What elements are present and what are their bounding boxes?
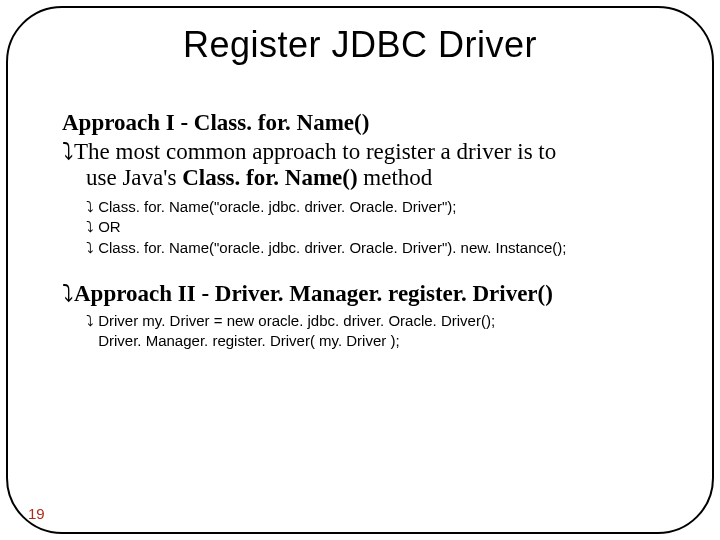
approach1-text: ⤵The most common approach to register a …: [62, 138, 658, 191]
approach1-text-line2: use Java's Class. for. Name() method: [86, 164, 658, 192]
approach1-line2-prefix: use Java's: [86, 165, 182, 190]
bullet-icon: ⤵: [86, 312, 94, 329]
approach1-line2-suffix: method: [358, 165, 433, 190]
approach1-sub-list: ⤵ Class. for. Name("oracle. jdbc. driver…: [86, 197, 658, 258]
approach2-sub-list: ⤵ Driver my. Driver = new oracle. jdbc. …: [86, 311, 658, 352]
approach2-sub-line1: Driver my. Driver = new oracle. jdbc. dr…: [98, 312, 495, 329]
bullet-icon: ⤵: [62, 138, 74, 164]
approach2-sub-line2: Driver. Manager. register. Driver( my. D…: [98, 332, 399, 349]
approach1-heading-prefix: Approach I -: [62, 110, 194, 135]
approach1-heading: Approach I - Class. for. Name(): [62, 110, 658, 136]
page-number: 19: [28, 505, 45, 522]
slide: Register JDBC Driver Approach I - Class.…: [0, 0, 720, 540]
approach2-heading: ⤵Approach II - Driver. Manager. register…: [62, 280, 658, 307]
approach1-heading-method: Class. for. Name(): [194, 110, 369, 135]
approach2-heading-text: Approach II - Driver. Manager. register.…: [74, 281, 553, 306]
approach1-sub-item: ⤵ OR: [86, 217, 658, 237]
bullet-icon: ⤵: [86, 218, 94, 235]
slide-title: Register JDBC Driver: [0, 24, 720, 66]
bullet-icon: ⤵: [62, 280, 74, 306]
approach1-sub-item: ⤵ Class. for. Name("oracle. jdbc. driver…: [86, 197, 658, 217]
approach1-sub-text: Class. for. Name("oracle. jdbc. driver. …: [98, 198, 456, 215]
slide-body: Approach I - Class. for. Name() ⤵The mos…: [62, 110, 658, 373]
approach2-sub-item: ⤵ Driver my. Driver = new oracle. jdbc. …: [86, 311, 658, 352]
approach1-line2-bold: Class. for. Name(): [182, 165, 357, 190]
bullet-icon: ⤵: [86, 198, 94, 215]
approach1-sub-text: OR: [98, 218, 121, 235]
bullet-icon: ⤵: [86, 239, 94, 256]
approach1-sub-text: Class. for. Name("oracle. jdbc. driver. …: [98, 239, 566, 256]
approach1-text-line1: The most common approach to register a d…: [74, 139, 556, 164]
approach1-sub-item: ⤵ Class. for. Name("oracle. jdbc. driver…: [86, 238, 658, 258]
